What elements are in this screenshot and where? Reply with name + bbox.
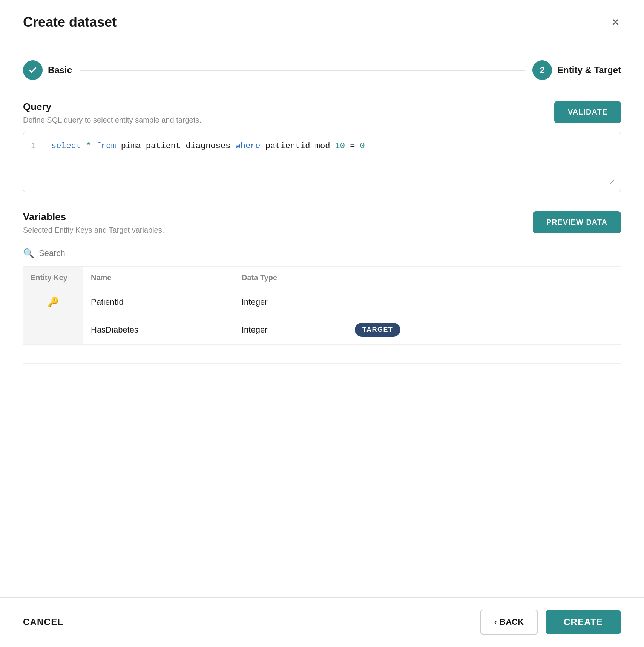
- variables-section-title: Variables: [23, 211, 164, 223]
- step-1-label: Basic: [48, 65, 72, 75]
- col-header-entity-key: Entity Key: [23, 267, 83, 289]
- step-2: 2 Entity & Target: [532, 60, 621, 80]
- variables-section-info: Variables Selected Entity Keys and Targe…: [23, 211, 164, 235]
- name-cell-2: HasDiabetes: [83, 315, 234, 345]
- variables-table: Entity Key Name Data Type 🔑 PatientId In…: [23, 267, 621, 345]
- step-2-circle: 2: [532, 60, 552, 80]
- sql-editor[interactable]: 1 select * from pima_patient_diagnoses w…: [23, 132, 621, 192]
- footer-right: ‹ BACK CREATE: [480, 610, 621, 635]
- datatype-cell-2: Integer: [234, 315, 347, 345]
- query-section: Query Define SQL query to select entity …: [23, 101, 621, 192]
- sql-number-10: 10: [335, 141, 345, 151]
- table-row: HasDiabetes Integer TARGET: [23, 315, 621, 345]
- entity-key-cell-2: [23, 315, 83, 345]
- query-section-header: Query Define SQL query to select entity …: [23, 101, 621, 124]
- key-icon: 🔑: [48, 297, 59, 307]
- back-label: BACK: [500, 617, 524, 627]
- dialog-header: Create dataset ×: [0, 0, 644, 41]
- variables-section-subtitle: Selected Entity Keys and Target variable…: [23, 226, 164, 235]
- search-input[interactable]: [39, 248, 621, 258]
- table-body: 🔑 PatientId Integer HasDiabetes Integer …: [23, 289, 621, 345]
- step-1: Basic: [23, 60, 72, 80]
- sql-table-name: pima_patient_diagnoses: [121, 141, 236, 151]
- step-1-circle: [23, 60, 43, 80]
- validate-button[interactable]: VALIDATE: [554, 101, 621, 123]
- chevron-left-icon: ‹: [494, 618, 497, 627]
- search-bar: 🔍: [23, 242, 621, 267]
- create-dataset-dialog: Create dataset × Basic 2 Entity & Target: [0, 0, 644, 647]
- checkmark-icon: [28, 65, 38, 75]
- sql-column: patientid mod: [265, 141, 335, 151]
- variables-section: Variables Selected Entity Keys and Targe…: [23, 211, 621, 345]
- sql-keyword-select: select: [51, 141, 81, 151]
- query-section-info: Query Define SQL query to select entity …: [23, 101, 201, 124]
- table-head: Entity Key Name Data Type: [23, 267, 621, 289]
- target-badge: TARGET: [355, 323, 400, 337]
- badge-cell-2: TARGET: [347, 315, 621, 345]
- sql-keyword-from: from: [96, 141, 116, 151]
- expand-icon[interactable]: ⤢: [609, 177, 615, 187]
- line-number: 1: [31, 141, 42, 151]
- preview-data-button[interactable]: PREVIEW DATA: [533, 211, 621, 233]
- sql-operator-star: *: [86, 141, 91, 151]
- cancel-button[interactable]: CANCEL: [23, 617, 63, 627]
- col-header-name: Name: [83, 267, 234, 289]
- query-section-title: Query: [23, 101, 201, 113]
- datatype-cell-1: Integer: [234, 289, 347, 315]
- dialog-title: Create dataset: [23, 14, 117, 30]
- table-header-row: Entity Key Name Data Type: [23, 267, 621, 289]
- badge-cell-1: [347, 289, 621, 315]
- sql-keyword-where: where: [236, 141, 261, 151]
- dialog-footer: CANCEL ‹ BACK CREATE: [0, 597, 644, 647]
- step-2-label: Entity & Target: [557, 65, 621, 75]
- dialog-body: Basic 2 Entity & Target Query Define SQL…: [0, 41, 644, 597]
- search-icon: 🔍: [23, 248, 34, 259]
- name-cell-1: PatientId: [83, 289, 234, 315]
- stepper: Basic 2 Entity & Target: [23, 60, 621, 80]
- sql-content: select * from pima_patient_diagnoses whe…: [51, 141, 365, 151]
- create-button[interactable]: CREATE: [546, 610, 621, 634]
- entity-key-cell-1: 🔑: [23, 289, 83, 315]
- step-connector: [80, 70, 525, 71]
- divider: [23, 363, 621, 364]
- close-button[interactable]: ×: [610, 14, 621, 31]
- back-button[interactable]: ‹ BACK: [480, 610, 538, 635]
- variables-section-header: Variables Selected Entity Keys and Targe…: [23, 211, 621, 235]
- table-row: 🔑 PatientId Integer: [23, 289, 621, 315]
- sql-number-0: 0: [360, 141, 365, 151]
- col-header-badge: [347, 267, 621, 289]
- sql-line-1: 1 select * from pima_patient_diagnoses w…: [31, 141, 613, 151]
- col-header-data-type: Data Type: [234, 267, 347, 289]
- query-section-subtitle: Define SQL query to select entity sample…: [23, 116, 201, 124]
